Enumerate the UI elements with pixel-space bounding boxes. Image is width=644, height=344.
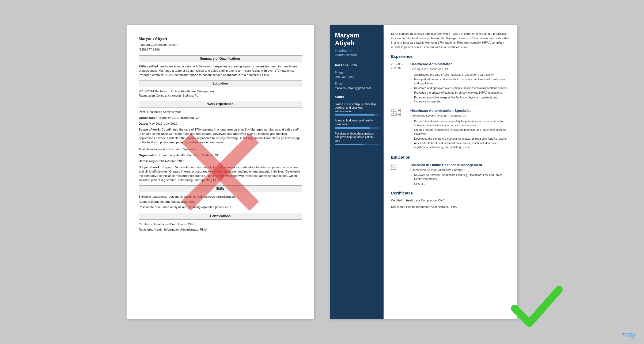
- exp-bullets-1: Coordinated the care of 170+ patients in…: [410, 73, 510, 104]
- bad-education: 2010–2014 Bachelor in Online Healthcare …: [139, 89, 302, 98]
- bad-summary: RHIA-certified healthcare administrator …: [139, 64, 302, 77]
- exp-title-1: Healthcare Administrator: [410, 62, 510, 67]
- exp-date-1: 2017-05 -2020-07: [391, 62, 410, 104]
- bad-phone: (865) 377-9260: [139, 48, 160, 51]
- org-value-2: Community Health Clinic Inc., Charlotte,…: [159, 154, 219, 157]
- org-label-2: Organization:: [139, 154, 159, 157]
- skills-title: Skills: [335, 95, 379, 100]
- skill-3: Passionate about data analysis and provi…: [335, 132, 379, 145]
- green-checkmark-icon: [509, 279, 563, 332]
- skill-bar-fill-1: [335, 114, 374, 116]
- personal-info-title: Personal Info: [335, 63, 379, 68]
- date-label-2: Dates:: [139, 159, 149, 163]
- phone-label: Phone: [335, 71, 379, 75]
- good-resume: MaryamAtiyeh HealthcareAdministration Pe…: [330, 25, 517, 319]
- date-label-1: Dates:: [139, 122, 149, 125]
- date-value-2: August 2014–March 2017: [149, 159, 184, 163]
- edu-date-1: 2010 -2014: [391, 163, 410, 187]
- exp-entry-2: 2014-08 -2017-03 Healthcare Administrati…: [391, 108, 510, 150]
- post-value-1: Healthcare Administrator: [147, 110, 181, 113]
- skill-bar-fill-2: [335, 127, 370, 129]
- work-header: Work Experience: [139, 101, 302, 108]
- exp-company-1: Serenity Care, Richmond, VA: [410, 67, 510, 71]
- org-value-1: Serenity Care, Richmond, VA: [159, 116, 199, 119]
- good-title: HealthcareAdministration: [335, 49, 379, 58]
- skill-text-2: Adept at budgeting and quality assurance: [335, 119, 379, 126]
- resume-main-content: RHIA-certified healthcare administrator …: [384, 25, 517, 319]
- skill-2: Adept at budgeting and quality assurance: [335, 119, 379, 128]
- post-label-2: Post:: [139, 148, 147, 151]
- scope-label-2: Scope of work:: [139, 166, 162, 169]
- bad-certs: Certified in Healthcare Compliance, CHC …: [139, 222, 302, 232]
- experience-title: Experience: [391, 53, 510, 59]
- cert-1: Certified in Healthcare Compliance, CHC: [391, 198, 510, 202]
- zety-watermark: zety: [621, 331, 636, 339]
- skill-text-1: Skilled in leadership, relationship buil…: [335, 102, 379, 113]
- bad-skills: Skilled in leadership, relationship buil…: [139, 194, 302, 210]
- edu-entry-1: 2010 -2014 Bachelor in Online Healthcare…: [391, 163, 510, 187]
- email-value: maryam.y.atiyeh@gmail.com: [335, 86, 379, 90]
- date-value-1: May 2017–July 2020: [149, 122, 177, 125]
- skill-bar-bg-3: [335, 144, 379, 145]
- edu-content-1: Bachelor in Online Healthcare Management…: [410, 163, 510, 187]
- skill-1: Skilled in leadership, relationship buil…: [335, 102, 379, 116]
- scope-value-1: Coordinated the care of 170+ patients in…: [139, 128, 301, 144]
- edu-bullets-1: Relevant coursework: Healthcare Planning…: [410, 173, 510, 186]
- exp-company-2: Community Health Clinic Inc., Charlotte,…: [410, 114, 510, 118]
- bad-resume: Maryam Atiyeh maryam.y.atiyeh@gmail.com …: [127, 25, 314, 319]
- exp-date-2: 2014-08 -2017-03: [391, 108, 410, 150]
- skills-header: Skills: [139, 185, 302, 192]
- cert-2: Registered Health Information Administra…: [391, 205, 510, 209]
- post-value-2: Healthcare Administration Specialist: [147, 148, 196, 151]
- work-entry-1: Post: Healthcare Administrator Organizat…: [139, 110, 302, 145]
- org-label-1: Organization:: [139, 116, 159, 119]
- skill-text-3: Passionate about data analysis and provi…: [335, 132, 379, 143]
- phone-value: (865) 377-9260: [335, 75, 379, 79]
- good-summary: RHIA-certified healthcare administrator …: [391, 32, 510, 49]
- exp-content-1: Healthcare Administrator Serenity Care, …: [410, 62, 510, 104]
- good-resume-wrapper: MaryamAtiyeh HealthcareAdministration Pe…: [330, 25, 517, 319]
- good-name: MaryamAtiyeh: [335, 32, 379, 47]
- skill-bar-fill-3: [335, 144, 363, 145]
- education-title: Education: [391, 154, 510, 160]
- skill-bar-bg-2: [335, 127, 379, 129]
- bad-email: maryam.y.atiyeh@gmail.com: [139, 43, 178, 46]
- scope-value-2: Prepared 5+ detailed reports monthly for…: [139, 166, 300, 182]
- bad-contact: maryam.y.atiyeh@gmail.com (865) 377-9260: [139, 42, 302, 52]
- edu-degree-1: Bachelor in Online Healthcare Management: [410, 163, 510, 167]
- resume-sidebar: MaryamAtiyeh HealthcareAdministration Pe…: [330, 25, 384, 319]
- scope-label-1: Scope of work:: [139, 128, 162, 131]
- education-header: Education: [139, 80, 302, 87]
- exp-title-2: Healthcare Administration Specialist: [410, 108, 510, 113]
- certs-title: Certificates: [391, 190, 510, 196]
- skill-bar-bg-1: [335, 114, 379, 116]
- exp-entry-1: 2017-05 -2020-07 Healthcare Administrato…: [391, 62, 510, 104]
- exp-content-2: Healthcare Administration Specialist Com…: [410, 108, 510, 150]
- summary-header: Summary of Qualifications: [139, 55, 302, 62]
- bad-name: Maryam Atiyeh: [139, 36, 302, 41]
- exp-bullets-2: Prepared 5+ detailed reports monthly for…: [410, 119, 510, 149]
- post-label-1: Post:: [139, 110, 147, 113]
- edu-school-1: Rasmussen College, Altamonte Springs, FL: [410, 168, 510, 172]
- certs-header: Certifications: [139, 213, 302, 220]
- email-label: E-mail: [335, 82, 379, 86]
- work-entry-2: Post: Healthcare Administration Speciali…: [139, 147, 302, 182]
